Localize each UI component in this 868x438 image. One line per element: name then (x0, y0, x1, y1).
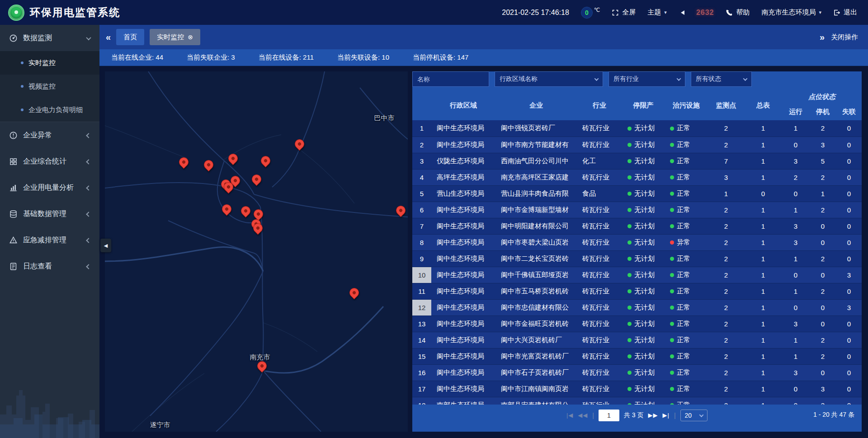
table-row[interactable]: 9阆中生态环境局阆中市二龙长宝页岩砖砖瓦行业无计划正常21120 (412, 250, 862, 267)
name-search-input[interactable] (412, 71, 489, 87)
map-city-label: 遂宁市 (150, 421, 170, 429)
cell-facility: 正常 (665, 137, 708, 153)
sidebar-subitem-0-1[interactable]: 视频监控 (0, 75, 99, 98)
table-row[interactable]: 7阆中生态环境局阆中明阳建材有限公司砖瓦行业无计划正常21300 (412, 218, 862, 234)
chevron-down-icon (699, 413, 704, 417)
table-row[interactable]: 11阆中生态环境局阆中市五马桥页岩机砖砖瓦行业无计划正常21120 (412, 283, 862, 299)
tab-realtime-monitor[interactable]: 实时监控 ⊗ (150, 29, 200, 45)
marquee-toggle[interactable] (679, 10, 684, 15)
sidebar-collapse-handle[interactable]: ◀ (100, 239, 111, 252)
sidebar-item-label: 企业用电量分析 (23, 183, 74, 193)
cell-disconnected: 0 (836, 120, 862, 137)
cell-meters: 1 (744, 218, 782, 234)
status-dot-green (670, 338, 674, 342)
org-dropdown[interactable]: 南充市生态环境局 ▾ (761, 8, 821, 17)
alert-icon (9, 131, 18, 140)
cell-index: 3 (412, 153, 431, 169)
datetime-text: 2021-02-25 17:46:18 (502, 9, 569, 17)
sidebar-subitem-0-0[interactable]: 实时监控 (0, 51, 99, 75)
stats-icon (9, 157, 18, 166)
status-dot-green (627, 306, 632, 310)
sidebar-item-5[interactable]: 应急减排管理 (0, 227, 99, 253)
cell-points: 2 (708, 299, 744, 316)
cell-facility: 正常 (665, 348, 708, 364)
table-row[interactable]: 16阆中生态环境局阆中市石子页岩机砖厂砖瓦行业无计划正常21300 (412, 364, 862, 381)
sidebar: 数据监测实时监控视频监控企业电力负荷明细企业异常企业综合统计企业用电量分析基础数… (0, 25, 99, 438)
sidebar-menu: 数据监测实时监控视频监控企业电力负荷明细企业异常企业综合统计企业用电量分析基础数… (0, 25, 99, 279)
sidebar-item-0[interactable]: 数据监测 (0, 25, 99, 51)
app-logo-icon (8, 5, 24, 21)
cell-running: 1 (782, 348, 809, 364)
table-row[interactable]: 5营山生态环境局营山县润丰肉食品有限食品无计划正常10010 (412, 185, 862, 202)
cell-facility: 正常 (665, 332, 708, 348)
cell-disconnected: 0 (836, 202, 862, 218)
cell-company: 阆中市二龙长宝页岩砖 (495, 250, 577, 267)
status-dot-green (627, 257, 632, 261)
table-row[interactable]: 4高坪生态环境局南充市高坪区王家店建砖瓦行业无计划正常31220 (412, 169, 862, 185)
status-dot-green (670, 289, 674, 293)
status-item-0: 当前在线企业: 44 (111, 53, 163, 62)
close-operations-button[interactable]: 关闭操作 (831, 33, 858, 42)
table-row[interactable]: 17阆中生态环境局阆中市江南镇阆南页岩砖瓦行业无计划正常21030 (412, 381, 862, 397)
table-row[interactable]: 14阆中生态环境局阆中大兴页岩机砖厂砖瓦行业无计划正常21120 (412, 332, 862, 348)
cell-points: 2 (708, 316, 744, 332)
cell-facility: 正常 (665, 185, 708, 202)
sidebar-item-4[interactable]: 基础数据管理 (0, 201, 99, 227)
tab-home[interactable]: 首页 (116, 29, 144, 45)
status-item-3: 当前失联设备: 10 (337, 53, 389, 62)
logout-button[interactable]: 退出 (833, 8, 857, 17)
cell-stopped: 3 (809, 397, 836, 405)
cell-stopped: 0 (809, 364, 836, 381)
region-select[interactable]: 行政区域名称 (495, 71, 603, 87)
table-row[interactable]: 12阆中生态环境局阆中市忠信建材有限公砖瓦行业无计划正常21003 (412, 299, 862, 316)
first-page-button[interactable]: |◀ (566, 409, 573, 422)
tab-close-icon[interactable]: ⊗ (188, 33, 193, 41)
table-row[interactable]: 13阆中生态环境局阆中市金福旺页岩机砖砖瓦行业无计划正常21300 (412, 316, 862, 332)
status-select[interactable]: 所有状态 (691, 71, 752, 87)
cell-running: 1 (782, 283, 809, 299)
sidebar-item-3[interactable]: 企业用电量分析 (0, 174, 99, 201)
prev-page-button[interactable]: ◀◀ (578, 409, 588, 422)
table-row[interactable]: 18南部生态环境局南部县宏泰建材有限公砖瓦行业无计划正常21030 (412, 397, 862, 405)
status-dot-green (627, 387, 632, 391)
sidebar-item-2[interactable]: 企业综合统计 (0, 148, 99, 174)
sidebar-item-6[interactable]: 日志查看 (0, 253, 99, 279)
range-label: 1 - 20 共 47 条 (813, 411, 854, 419)
status-dot-green (627, 354, 632, 358)
cell-industry: 砖瓦行业 (577, 137, 622, 153)
sidebar-subitem-0-2[interactable]: 企业电力负荷明细 (0, 98, 99, 122)
table-row[interactable]: 2阆中生态环境局阆中市南方节能建材有砖瓦行业无计划正常21030 (412, 137, 862, 153)
status-dot-green (627, 175, 632, 179)
last-page-button[interactable]: ▶| (663, 409, 670, 422)
page-number-input[interactable] (599, 410, 619, 421)
map[interactable]: 巴中市南充市遂宁市 (105, 71, 408, 432)
chevron-left-icon (87, 236, 90, 244)
cell-limit: 无计划 (622, 202, 665, 218)
cell-stopped: 2 (809, 348, 836, 364)
table-row[interactable]: 3仪陇生态环境局西南油气田分公司川中化工无计划正常71350 (412, 153, 862, 169)
fullscreen-button[interactable]: 全屏 (612, 8, 636, 17)
cell-industry: 砖瓦行业 (577, 332, 622, 348)
theme-label: 主题 (647, 8, 661, 17)
next-page-button[interactable]: ▶▶ (648, 409, 658, 422)
cell-industry: 砖瓦行业 (577, 202, 622, 218)
cell-points: 2 (708, 397, 744, 405)
theme-dropdown[interactable]: 主题 ▾ (647, 8, 667, 17)
cell-industry: 砖瓦行业 (577, 267, 622, 283)
industry-select[interactable]: 所有行业 (609, 71, 685, 87)
tabs-scroll-left-icon[interactable]: « (106, 33, 111, 42)
cell-industry: 食品 (577, 185, 622, 202)
table-row[interactable]: 6阆中生态环境局阆中市金博瑞新型墙材砖瓦行业无计划正常21120 (412, 202, 862, 218)
cell-industry: 砖瓦行业 (577, 364, 622, 381)
help-button[interactable]: 帮助 (726, 8, 750, 17)
page-size-select[interactable]: 20 (680, 410, 708, 421)
table-row[interactable]: 8阆中生态环境局阆中市枣碧大梁山页岩砖瓦行业无计划异常21300 (412, 234, 862, 250)
table-row[interactable]: 1阆中生态环境局阆中强锐页岩砖厂砖瓦行业无计划正常21120 (412, 120, 862, 137)
map-roads (105, 71, 408, 432)
cell-facility: 正常 (665, 120, 708, 137)
sidebar-item-1[interactable]: 企业异常 (0, 122, 99, 148)
table-row[interactable]: 10阆中生态环境局阆中千佛镇五郎垭页岩砖瓦行业无计划正常21003 (412, 267, 862, 283)
cell-company: 南部县宏泰建材有限公 (495, 397, 577, 405)
tabs-scroll-right-icon[interactable]: » (820, 33, 825, 42)
table-row[interactable]: 15阆中生态环境局阆中市光富页岩机砖厂砖瓦行业无计划正常21120 (412, 348, 862, 364)
